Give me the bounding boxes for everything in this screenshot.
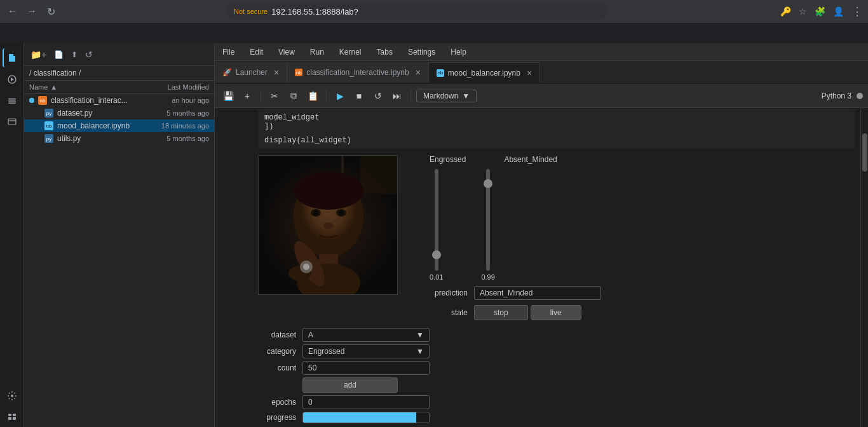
main-content: File Edit View Run Kernel Tabs Settings … xyxy=(215,43,868,427)
slider1-track[interactable] xyxy=(435,169,438,271)
file-modified: an hour ago xyxy=(139,97,209,104)
file-item-dataset[interactable]: py dataset.py 5 months ago xyxy=(24,107,214,119)
sidebar-running-icon[interactable] xyxy=(3,70,22,89)
epochs-label: epochs xyxy=(258,398,296,407)
category-label: category xyxy=(258,347,296,356)
not-secure-label: Not secure xyxy=(234,8,268,15)
add-cell-button[interactable]: + xyxy=(239,88,255,104)
forward-button[interactable]: → xyxy=(24,4,39,19)
python-icon: py xyxy=(44,109,53,118)
profile-icon[interactable]: 👤 xyxy=(833,6,844,17)
paste-cell-button[interactable]: 📋 xyxy=(304,88,321,104)
slider2-value: 0.99 xyxy=(481,273,494,281)
cell-type-label: Markdown xyxy=(423,92,458,100)
sliders-row: 0.01 0.99 xyxy=(423,169,601,281)
notebook-icon: nb xyxy=(44,121,53,130)
restart-run-button[interactable]: ⏭ xyxy=(389,88,405,104)
menu-icon[interactable]: ⋮ xyxy=(851,4,863,18)
kernel-info: Python 3 xyxy=(822,92,863,100)
scrollbar-thumb[interactable] xyxy=(862,133,867,172)
slider2-track[interactable] xyxy=(486,169,490,271)
tab-mood-balancer[interactable]: nb mood_balancer.ipynb × xyxy=(429,62,540,83)
classification-tab-icon: nb xyxy=(295,69,302,76)
cell-type-dropdown[interactable]: Markdown ▼ xyxy=(416,90,477,102)
toolbar-sep-3 xyxy=(410,90,411,102)
new-folder-icon[interactable]: 📁+ xyxy=(29,48,48,61)
cell-code[interactable]: model_widget ]) display(all_widget) xyxy=(258,109,855,149)
menu-settings[interactable]: Settings xyxy=(405,46,438,58)
slider2-label: Absent_Minded xyxy=(504,155,557,164)
webcam-image xyxy=(259,156,398,295)
tab-launcher[interactable]: 🚀 Launcher × xyxy=(215,62,287,83)
notebook-scroll-area[interactable]: model_widget ]) display(all_widget) xyxy=(215,108,868,427)
restart-kernel-button[interactable]: ↺ xyxy=(370,88,386,104)
upload-icon[interactable]: ⬆ xyxy=(70,49,79,60)
tab-label: Launcher xyxy=(236,68,268,77)
dataset-select[interactable]: A ▼ xyxy=(302,328,430,342)
stop-state-button[interactable]: stop xyxy=(474,305,528,320)
file-item-mood-balancer[interactable]: nb mood_balancer.ipynb 18 minutes ago xyxy=(24,119,214,132)
extensions-icon[interactable]: 🧩 xyxy=(815,6,825,17)
svg-rect-1 xyxy=(8,98,16,100)
stop-kernel-button[interactable]: ■ xyxy=(351,88,367,104)
tab-close-classification[interactable]: × xyxy=(416,67,421,78)
menu-help[interactable]: Help xyxy=(448,46,469,58)
dropdown-arrow-icon: ▼ xyxy=(462,92,470,100)
tab-classification[interactable]: nb classification_interactive.ipynb × xyxy=(287,62,429,83)
refresh-button[interactable]: ↻ xyxy=(43,4,58,19)
menu-kernel[interactable]: Kernel xyxy=(337,46,364,58)
tab-label: classification_interactive.ipynb xyxy=(306,68,409,77)
python3-label: Python 3 xyxy=(822,92,851,100)
select-arrow-icon: ▼ xyxy=(416,330,424,339)
sidebar-settings-icon[interactable] xyxy=(3,386,22,405)
tab-close-mood-balancer[interactable]: × xyxy=(527,68,532,78)
slider1-thumb[interactable] xyxy=(432,250,441,259)
count-input[interactable] xyxy=(302,361,430,375)
live-state-button[interactable]: live xyxy=(531,305,581,320)
toolbar-sep-1 xyxy=(261,90,261,102)
menu-tabs[interactable]: Tabs xyxy=(374,46,395,58)
sidebar-commands-icon[interactable] xyxy=(3,92,22,111)
sliders-and-prediction: Engrossed Absent_Minded 0.01 xyxy=(423,155,601,320)
svg-rect-3 xyxy=(8,103,16,104)
star-icon[interactable]: ☆ xyxy=(799,6,807,17)
tab-close-launcher[interactable]: × xyxy=(274,67,279,78)
new-file-icon[interactable]: 📄 xyxy=(53,49,65,60)
file-modified: 5 months ago xyxy=(139,109,209,117)
menu-run[interactable]: Run xyxy=(308,46,327,58)
sidebar-extensions-icon[interactable] xyxy=(3,408,22,427)
file-item-classification[interactable]: nb classification_interac... an hour ago xyxy=(24,94,214,107)
menu-file[interactable]: File xyxy=(220,46,237,58)
menu-view[interactable]: View xyxy=(276,46,297,58)
sort-icon: ▲ xyxy=(50,83,57,91)
form-area: dataset A ▼ category Engrossed ▼ xyxy=(215,325,860,426)
add-button[interactable]: add xyxy=(302,377,398,393)
toolbar-sep-2 xyxy=(326,90,327,102)
svg-point-14 xyxy=(294,172,363,210)
breadcrumb: / classification / xyxy=(24,66,214,81)
category-select[interactable]: Engrossed ▼ xyxy=(302,344,430,358)
epochs-input[interactable] xyxy=(302,395,430,409)
run-cell-button[interactable]: ▶ xyxy=(332,88,348,104)
copy-cell-button[interactable]: ⧉ xyxy=(285,88,302,104)
sidebar-tabs-icon[interactable] xyxy=(3,113,22,132)
menu-edit[interactable]: Edit xyxy=(247,46,266,58)
select-arrow-icon2: ▼ xyxy=(416,347,424,356)
save-button[interactable]: 💾 xyxy=(220,88,236,104)
file-name: dataset.py xyxy=(57,109,135,118)
address-bar[interactable]: Not secure 192.168.55.1:8888/lab? xyxy=(226,3,607,20)
back-button[interactable]: ← xyxy=(5,4,20,19)
launcher-icon: 🚀 xyxy=(222,68,232,77)
sidebar-files-icon[interactable] xyxy=(3,48,22,67)
svg-point-25 xyxy=(303,264,309,270)
refresh-files-icon[interactable]: ↺ xyxy=(84,48,94,61)
cell-gutter xyxy=(220,109,258,149)
cut-cell-button[interactable]: ✂ xyxy=(266,88,283,104)
state-row: state stop live xyxy=(423,305,601,320)
key-icon[interactable]: 🔑 xyxy=(780,6,791,17)
name-column-header[interactable]: Name ▲ xyxy=(29,83,133,91)
browser-tabs-bar xyxy=(0,23,868,43)
slider2-thumb[interactable] xyxy=(484,179,492,188)
file-item-utils[interactable]: py utils.py 5 months ago xyxy=(24,132,214,145)
right-scrollbar[interactable] xyxy=(860,108,868,427)
